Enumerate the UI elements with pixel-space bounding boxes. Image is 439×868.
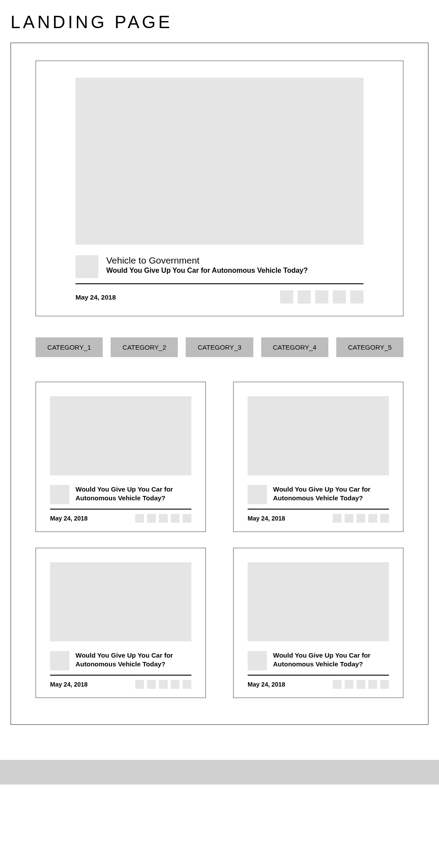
share-icon[interactable] [147,680,156,689]
hero-date: May 24, 2018 [76,293,116,301]
card-image-placeholder [50,396,191,475]
share-icon[interactable] [380,680,389,689]
card-date: May 24, 2018 [248,681,285,688]
category-button[interactable]: CATEGORY_3 [186,337,253,357]
share-icon[interactable] [380,514,389,523]
share-icon[interactable] [147,514,156,523]
footer-bar [0,760,439,785]
share-icon[interactable] [135,514,144,523]
wireframe-frame: Vehicle to Government Would You Give Up … [11,43,428,725]
article-grid: Would You Give Up You Car for Autonomous… [36,382,403,698]
card-image-placeholder [50,562,191,641]
share-icon[interactable] [368,680,377,689]
share-icon[interactable] [183,680,191,689]
card-title: Would You Give Up You Car for Autonomous… [76,651,191,669]
divider [248,675,389,676]
card-share-icons [333,514,389,523]
card-title: Would You Give Up You Car for Autonomous… [273,651,389,669]
card-title: Would You Give Up You Car for Autonomous… [76,485,191,503]
share-icon[interactable] [333,680,342,689]
share-icon[interactable] [345,680,353,689]
share-icon[interactable] [333,514,342,523]
card-avatar-placeholder [248,651,267,670]
article-card[interactable]: Would You Give Up You Car for Autonomous… [36,548,206,698]
article-card[interactable]: Would You Give Up You Car for Autonomous… [233,382,403,532]
divider [248,509,389,510]
share-icon[interactable] [159,680,168,689]
share-icon[interactable] [350,290,363,304]
category-button[interactable]: CATEGORY_2 [111,337,178,357]
share-icon[interactable] [183,514,191,523]
hero-card[interactable]: Vehicle to Government Would You Give Up … [36,61,403,316]
card-share-icons [135,514,191,523]
hero-heading: Vehicle to Government [106,255,363,266]
share-icon[interactable] [333,290,346,304]
category-button[interactable]: CATEGORY_5 [336,337,403,357]
card-avatar-placeholder [50,485,69,504]
hero-avatar-placeholder [76,255,98,278]
share-icon[interactable] [345,514,353,523]
article-card[interactable]: Would You Give Up You Car for Autonomous… [233,548,403,698]
card-avatar-placeholder [50,651,69,670]
card-title: Would You Give Up You Car for Autonomous… [273,485,389,503]
category-button[interactable]: CATEGORY_1 [36,337,103,357]
share-icon[interactable] [171,680,180,689]
share-icon[interactable] [298,290,311,304]
page-title: LANDING PAGE [0,0,439,43]
card-avatar-placeholder [248,485,267,504]
divider [50,509,191,510]
hero-image-placeholder [76,78,363,245]
share-icon[interactable] [368,514,377,523]
share-icon[interactable] [280,290,293,304]
article-card[interactable]: Would You Give Up You Car for Autonomous… [36,382,206,532]
card-image-placeholder [248,562,389,641]
share-icon[interactable] [315,290,328,304]
share-icon[interactable] [135,680,144,689]
share-icon[interactable] [159,514,168,523]
share-icon[interactable] [171,514,180,523]
category-row: CATEGORY_1 CATEGORY_2 CATEGORY_3 CATEGOR… [36,337,403,357]
card-date: May 24, 2018 [248,515,285,522]
hero-share-icons [280,290,363,304]
divider [50,675,191,676]
card-image-placeholder [248,396,389,475]
hero-subtitle: Would You Give Up You Car for Autonomous… [106,267,363,275]
card-share-icons [333,680,389,689]
card-date: May 24, 2018 [50,515,88,522]
category-button[interactable]: CATEGORY_4 [261,337,328,357]
share-icon[interactable] [356,680,365,689]
share-icon[interactable] [356,514,365,523]
card-date: May 24, 2018 [50,681,88,688]
card-share-icons [135,680,191,689]
divider [76,283,363,284]
